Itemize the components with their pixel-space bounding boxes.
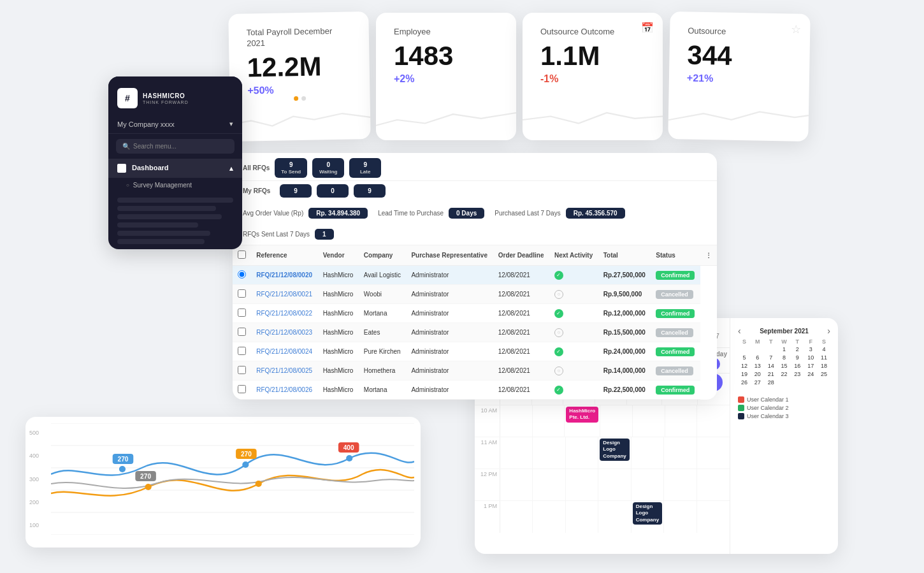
employee-sparkline [376, 99, 516, 134]
svg-text:270: 270 [117, 456, 128, 463]
th-more[interactable]: ⋮ [700, 245, 717, 266]
to-send-btn[interactable]: 9 To Send [275, 158, 307, 178]
table-row[interactable]: RFQ/21/12/08/0025 HashMicro Homethera Ad… [233, 361, 717, 381]
mini-cal-prev[interactable]: ‹ [738, 326, 741, 336]
row-checkbox-5[interactable] [238, 366, 246, 374]
activity-icon-green: ✓ [554, 347, 563, 356]
table-row[interactable]: RFQ/21/12/08/0023 HashMicro Eates Admini… [233, 323, 717, 342]
all-rfqs-label[interactable]: All RFQs [243, 164, 270, 171]
cal-cell-fri-1[interactable] [664, 501, 697, 533]
cell-rep: Administrator [406, 361, 493, 381]
sidebar-item-survey[interactable]: Survey Management [108, 178, 242, 192]
table-row[interactable]: RFQ/21/12/08/0022 HashMicro Mortana Admi… [233, 304, 717, 323]
late-btn[interactable]: 9 Late [349, 158, 381, 178]
rfq-table: Reference Vendor Company Purchase Repres… [233, 245, 717, 400]
waiting-btn[interactable]: 0 Waiting [312, 158, 344, 178]
cal-cell-sun-11[interactable] [500, 437, 533, 468]
chart-card: 500 400 300 200 100 [25, 417, 421, 548]
cal-cell-thu-10[interactable] [633, 405, 665, 437]
cal-cell-thu-1[interactable]: Design LogoCompany [632, 501, 664, 533]
cal-cell-fri-11[interactable] [664, 437, 697, 468]
cal-cell-thu-11[interactable] [632, 437, 664, 468]
cal-cell-wed-1[interactable] [598, 501, 631, 533]
legend-item-1: User Calendar 1 [738, 396, 830, 403]
my-rfq-late-btn[interactable]: 9 [354, 184, 386, 198]
cell-status: Cancelled [651, 323, 700, 342]
cell-deadline: 12/08/2021 [493, 266, 549, 285]
cal-cell-mon-10[interactable] [533, 405, 565, 437]
cell-rep: Administrator [406, 266, 493, 285]
cal-cell-tue-1[interactable] [566, 501, 598, 533]
my-rfqs-label[interactable]: My RFQs [243, 187, 275, 194]
cal-cell-tue-10[interactable]: HashMicroPte. Ltd. [565, 405, 600, 437]
cal-cell-sat-1[interactable] [697, 501, 730, 533]
kpi-payroll-value: 12.2M [247, 52, 352, 81]
cell-status: Cancelled [651, 285, 700, 304]
cal-cell-sun-10[interactable] [500, 405, 533, 437]
legend-item-2: User Calendar 2 [738, 405, 830, 411]
mini-cal-grid: S M T W T F S 1 2 3 4 5 6 7 8 9 [738, 338, 830, 386]
select-all-checkbox[interactable] [238, 250, 246, 259]
sidebar-search[interactable]: 🔍 Search menu... [116, 139, 235, 154]
event-tue-10am[interactable]: HashMicroPte. Ltd. [566, 407, 598, 423]
kpi-outsource-outcome-label: Outsource Outcome [540, 27, 645, 38]
my-rfq-row: My RFQs 9 0 9 [233, 181, 717, 203]
row-checkbox-6[interactable] [238, 385, 246, 393]
th-deadline: Order Deadline [493, 245, 549, 266]
chevron-up-icon: ▴ [229, 164, 233, 173]
table-row[interactable]: RFQ/21/12/08/0026 HashMicro Mortana Admi… [233, 381, 717, 400]
kpi-card-payroll: Total Payroll December 2021 12.2M +50% [228, 11, 370, 141]
row-checkbox-1[interactable] [238, 289, 246, 298]
cell-vendor: HashMicro [318, 266, 359, 285]
cell-status: Confirmed [651, 304, 700, 323]
table-row[interactable]: RFQ/21/12/08/0024 HashMicro Pure Kirchen… [233, 342, 717, 361]
cal-cell-tue-12[interactable] [566, 469, 598, 500]
dashboard-icon [117, 164, 126, 173]
cal-cell-wed-12[interactable] [598, 469, 631, 500]
cal-cell-fri-10[interactable] [665, 405, 698, 437]
event-wed-11am[interactable]: Design LogoCompany [600, 439, 629, 461]
cal-cell-sat-10[interactable] [697, 405, 730, 437]
cal-cell-tue-11[interactable] [566, 437, 598, 468]
cal-cell-sat-11[interactable] [697, 437, 730, 468]
rfq-card: All RFQs 9 To Send 0 Waiting 9 Late My R… [233, 153, 717, 400]
cal-cell-sun-12[interactable] [500, 469, 533, 500]
row-checkbox-0[interactable] [238, 270, 246, 279]
event-thu-1pm[interactable]: Design LogoCompany [633, 502, 662, 525]
menu-bar-1 [117, 198, 233, 203]
status-badge-cancelled: Cancelled [656, 328, 693, 337]
table-row[interactable]: RFQ/21/12/08/0020 HashMicro Avail Logist… [233, 266, 717, 285]
cell-vendor: HashMicro [318, 342, 359, 361]
cell-company: Homethera [359, 361, 407, 381]
row-checkbox-3[interactable] [238, 328, 246, 336]
chart-svg: 270 270 270 400 [51, 423, 414, 535]
cell-rep: Administrator [406, 323, 493, 342]
row-checkbox-4[interactable] [238, 347, 246, 355]
cal-cell-thu-12[interactable] [632, 469, 664, 500]
activity-icon-gray: ○ [554, 366, 563, 375]
cal-cell-fri-12[interactable] [664, 469, 697, 500]
svg-text:400: 400 [343, 444, 354, 451]
mini-cal-next[interactable]: › [827, 326, 830, 336]
outsource-outcome-sparkline [523, 99, 663, 134]
sidebar-header: # HASHMICRO THINK FORWARD [108, 76, 242, 115]
cal-cell-wed-11[interactable]: Design LogoCompany [598, 437, 631, 468]
my-rfq-waiting-btn[interactable]: 0 [317, 184, 349, 198]
logo-icon: # [117, 88, 138, 108]
sidebar-item-dashboard[interactable]: Dashboard ▴ [108, 159, 242, 178]
cell-status: Confirmed [651, 266, 700, 285]
cal-cell-sat-12[interactable] [697, 469, 730, 500]
company-selector[interactable]: My Company xxxx ▾ [108, 115, 242, 134]
rfq-kpi-row: Avg Order Value (Rp) Rp. 34.894.380 Lead… [233, 203, 717, 245]
row-checkbox-2[interactable] [238, 308, 246, 317]
cal-cell-wed-10[interactable] [600, 405, 633, 437]
cal-cell-mon-11[interactable] [533, 437, 565, 468]
table-row[interactable]: RFQ/21/12/08/0021 HashMicro Woobi Admini… [233, 285, 717, 304]
cal-cell-mon-1[interactable] [533, 501, 565, 533]
kpi-outsource-outcome-change: -1% [540, 73, 645, 85]
cal-cell-mon-12[interactable] [533, 469, 565, 500]
cal-cell-sun-1[interactable] [500, 501, 533, 533]
my-rfq-send-btn[interactable]: 9 [280, 184, 312, 198]
kpi-outsource-change: +21% [687, 72, 791, 85]
cell-reference: RFQ/21/12/08/0022 [251, 304, 317, 323]
